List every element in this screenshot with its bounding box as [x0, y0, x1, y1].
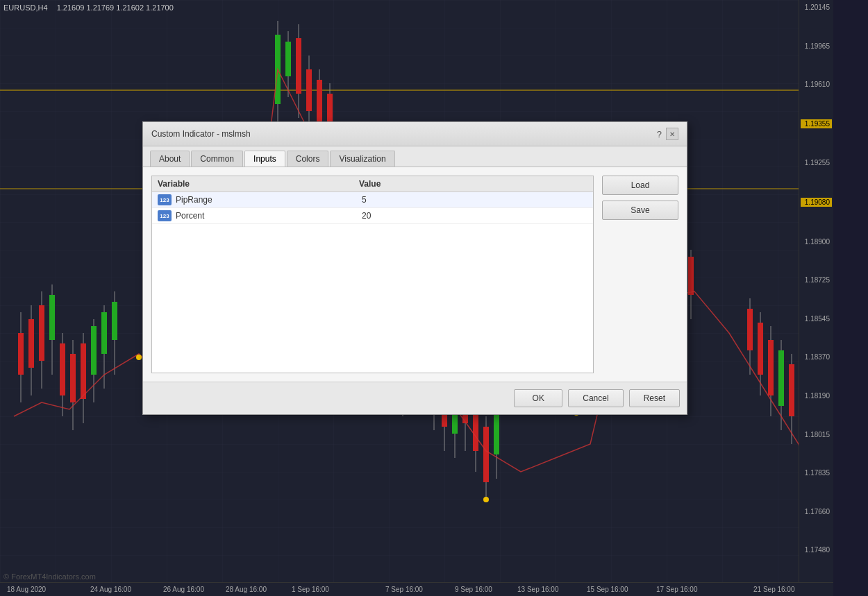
column-header-value: Value — [359, 179, 587, 189]
tab-visualization[interactable]: Visualization — [330, 151, 394, 167]
cancel-button[interactable]: Cancel — [568, 389, 623, 407]
dialog-footer: OK Cancel Reset — [143, 382, 687, 414]
help-button[interactable]: ? — [657, 129, 662, 139]
variable-name: Porcent — [176, 211, 362, 221]
variable-type-icon: 123 — [158, 194, 172, 205]
close-button[interactable]: ✕ — [666, 128, 678, 140]
tabs-bar: About Common Inputs Colors Visualization — [143, 146, 687, 167]
variable-type-icon: 123 — [158, 210, 172, 221]
column-header-variable: Variable — [158, 179, 359, 189]
variable-value[interactable]: 20 — [362, 211, 587, 221]
tab-about[interactable]: About — [150, 151, 190, 167]
table-body: 123 PipRange 5 123 Porcent 20 — [152, 192, 593, 373]
dialog-content: Variable Value 123 PipRange 5 123 Porcen… — [143, 167, 687, 382]
tab-colors[interactable]: Colors — [287, 151, 329, 167]
table-row[interactable]: 123 Porcent 20 — [152, 208, 593, 224]
variable-value[interactable]: 5 — [362, 195, 587, 205]
ok-button[interactable]: OK — [514, 389, 562, 407]
table-row[interactable]: 123 PipRange 5 — [152, 192, 593, 208]
tab-inputs[interactable]: Inputs — [244, 151, 285, 167]
dialog-title: Custom Indicator - mslmsh — [151, 129, 251, 139]
save-button[interactable]: Save — [602, 201, 678, 220]
action-buttons-panel: Load Save — [602, 176, 678, 373]
inputs-table: Variable Value 123 PipRange 5 123 Porcen… — [151, 176, 594, 373]
tab-common[interactable]: Common — [191, 151, 243, 167]
indicator-dialog: Custom Indicator - mslmsh ? ✕ About Comm… — [142, 121, 687, 415]
dialog-overlay: Custom Indicator - mslmsh ? ✕ About Comm… — [0, 0, 868, 596]
reset-button[interactable]: Reset — [629, 389, 680, 407]
titlebar-buttons: ? ✕ — [657, 128, 678, 140]
table-header: Variable Value — [152, 176, 593, 192]
dialog-titlebar: Custom Indicator - mslmsh ? ✕ — [143, 122, 687, 146]
variable-name: PipRange — [176, 195, 362, 205]
load-button[interactable]: Load — [602, 176, 678, 195]
